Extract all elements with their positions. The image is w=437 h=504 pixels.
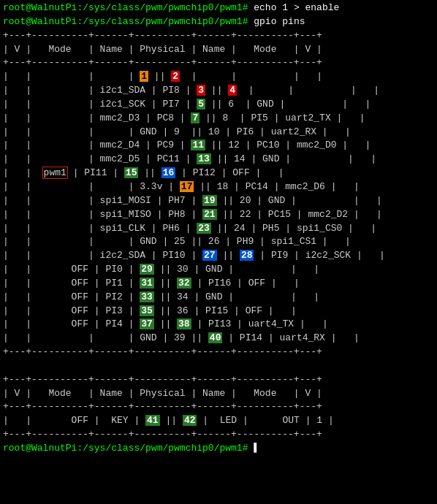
gpio-table: +---+----------+------+----------+------… xyxy=(3,29,434,359)
table-row: | | | i2c1_SCK | PI7 | 5 || 6 | GND | | … xyxy=(3,98,434,112)
prompt-1: root@WalnutPi:/sys/class/pwm/pwmchip0/pw… xyxy=(3,2,248,13)
cmd-line-2: root@WalnutPi:/sys/class/pwm/pwmchip0/pw… xyxy=(3,15,434,29)
table2-divider-bottom: +---+----------+------+----------+------… xyxy=(3,428,434,442)
table-row: | | | i2c1_SDA | PI8 | 3 || 4 | | | | xyxy=(3,84,434,98)
table-row: | | | mmc2_D5 | PC11 | 13 || 14 | GND | … xyxy=(3,153,434,167)
table-row: | | OFF | PI0 | 29 || 30 | GND | | | xyxy=(3,263,434,277)
table-divider-head: +---+----------+------+----------+------… xyxy=(3,56,434,70)
table-row: | | | mmc2_D3 | PC8 | 7 || 8 | PI5 | uar… xyxy=(3,112,434,126)
table-row: | | | | GND | 9 || 10 | PI6 | uart2_RX |… xyxy=(3,126,434,140)
final-prompt: root@WalnutPi:/sys/class/pwm/pwmchip0/pw… xyxy=(3,443,248,454)
table-row: | | | spi1_MISO | PH8 | 21 || 22 | PC15 … xyxy=(3,208,434,222)
table-row-pwm1: | | pwm1 | PI11 | 15 || 16 | PI12 | OFF … xyxy=(3,167,434,180)
table-row: | | | i2c2_SDA | PI10 | 27 || 28 | PI9 |… xyxy=(3,249,434,263)
final-prompt-line: root@WalnutPi:/sys/class/pwm/pwmchip0/pw… xyxy=(3,442,434,456)
spacer xyxy=(3,359,434,373)
prompt-2: root@WalnutPi:/sys/class/pwm/pwmchip0/pw… xyxy=(3,16,248,27)
table-row: | | | | 3.3v | 17 || 18 | PC14 | mmc2_D6… xyxy=(3,180,434,194)
table2-divider-top: +---+----------+------+----------+------… xyxy=(3,373,434,387)
cursor[interactable]: ▌ xyxy=(248,443,259,454)
table-header: | V | Mode | Name | Physical | Name | Mo… xyxy=(3,43,434,57)
table-divider-bottom: +---+----------+------+----------+------… xyxy=(3,345,434,359)
terminal: root@WalnutPi:/sys/class/pwm/pwmchip0/pw… xyxy=(0,0,437,457)
gpio-table-2: +---+----------+------+----------+------… xyxy=(3,373,434,442)
table-row: | | | mmc2_D4 | PC9 | 11 || 12 | PC10 | … xyxy=(3,139,434,153)
table-row: | | | spi1_CLK | PH6 | 23 || 24 | PH5 | … xyxy=(3,222,434,236)
table-divider-top: +---+----------+------+----------+------… xyxy=(3,29,434,43)
table-row: | | | | GND | 39 || 40 | PI14 | uart4_RX… xyxy=(3,332,434,345)
table2-divider-head: +---+----------+------+----------+------… xyxy=(3,400,434,414)
table-row: | | | | 1 || 2 | | | | xyxy=(3,70,434,84)
table-row: | | OFF | PI2 | 33 || 34 | GND | | | xyxy=(3,291,434,305)
table-row: | | | spi1_MOSI | PH7 | 19 || 20 | GND |… xyxy=(3,194,434,208)
table2-header: | V | Mode | Name | Physical | Name | Mo… xyxy=(3,387,434,401)
table-row: | | OFF | PI1 | 31 || 32 | PI16 | OFF | … xyxy=(3,277,434,291)
table-row: | | OFF | PI3 | 35 || 36 | PI15 | OFF | … xyxy=(3,305,434,318)
cmd-line-1: root@WalnutPi:/sys/class/pwm/pwmchip0/pw… xyxy=(3,1,434,15)
table-row: | | OFF | PI4 | 37 || 38 | PI13 | uart4_… xyxy=(3,318,434,332)
table2-row: | | OFF | KEY | 41 || 42 | LED | OUT | 1… xyxy=(3,414,434,428)
table-row: | | | | GND | 25 || 26 | PH9 | spi1_CS1 … xyxy=(3,235,434,249)
